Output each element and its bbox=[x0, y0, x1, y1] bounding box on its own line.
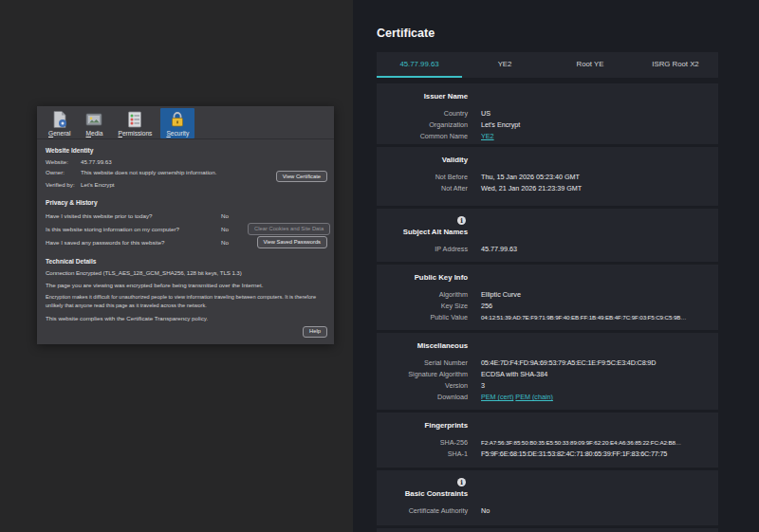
tab-security-label: Security bbox=[166, 130, 189, 137]
public-value-row: Public Value 04:12:51:39:AD:7E:F9:71:9B:… bbox=[386, 312, 709, 323]
cert-tab-root-ye[interactable]: Root YE bbox=[547, 52, 633, 78]
subject-alt-names-card: i Subject Alt Names IP Address 45.77.99.… bbox=[377, 209, 718, 262]
website-row: Website: 45.77.99.63 bbox=[46, 157, 327, 168]
next-section-card-clipped bbox=[377, 528, 718, 532]
website-label: Website: bbox=[46, 157, 81, 168]
basic-constraints-card: i Basic Constraints Certificate Authorit… bbox=[377, 470, 718, 525]
not-after-row: Not After Wed, 21 Jan 2026 21:23:39 GMT bbox=[386, 183, 709, 194]
tab-general[interactable]: General bbox=[43, 108, 76, 138]
verified-by-label: Verified by: bbox=[46, 180, 81, 191]
key-size-row: Key Size 256 bbox=[386, 301, 709, 312]
certificate-tab-bar: 45.77.99.63 YE2 Root YE ISRG Root X2 bbox=[377, 52, 718, 78]
validity-title: Validity bbox=[386, 155, 468, 166]
miscellaneous-title: Miscellaneous bbox=[386, 340, 468, 352]
tab-media[interactable]: Media bbox=[79, 108, 109, 138]
technical-details-title: Technical Details bbox=[46, 257, 327, 266]
cert-tab-leaf[interactable]: 45.77.99.63 bbox=[377, 52, 462, 78]
ip-address-row: IP Address 45.77.99.63 bbox=[386, 244, 709, 255]
question-passwords: Have I saved any passwords for this webs… bbox=[46, 238, 221, 248]
encryption-explanation-line: Encryption makes it difficult for unauth… bbox=[46, 293, 327, 311]
certificate-sections: Issuer Name Country US Organization Let'… bbox=[377, 83, 718, 532]
tab-permissions-label: Permissions bbox=[118, 130, 152, 137]
website-identity-title: Website Identity bbox=[46, 146, 327, 156]
common-name-link[interactable]: YE2 bbox=[481, 132, 494, 140]
info-icon[interactable]: i bbox=[457, 478, 466, 486]
issuer-name-title: Issuer Name bbox=[386, 91, 468, 102]
privacy-history-section: Privacy & History Have I visited this we… bbox=[46, 198, 327, 249]
media-icon bbox=[84, 110, 103, 129]
info-icon[interactable]: i bbox=[457, 216, 466, 225]
document-icon bbox=[50, 110, 69, 129]
privacy-row-passwords: Have I saved any passwords for this webs… bbox=[46, 236, 327, 249]
organization-row: Organization Let's Encrypt bbox=[386, 119, 709, 131]
pem-chain-link[interactable]: PEM (chain) bbox=[515, 393, 553, 401]
sha256-row: SHA-256 F2:A7:56:3F:85:50:B0:35:E5:50:33… bbox=[386, 437, 709, 449]
public-key-info-title: Public Key Info bbox=[386, 272, 468, 284]
fingerprints-card: Fingerprints SHA-256 F2:A7:56:3F:85:50:B… bbox=[377, 413, 718, 468]
privacy-history-title: Privacy & History bbox=[46, 198, 327, 208]
certificate-page-title: Certificate bbox=[377, 27, 435, 40]
certificate-viewer-panel: Certificate 45.77.99.63 YE2 Root YE ISRG… bbox=[353, 0, 759, 532]
miscellaneous-card: Miscellaneous Serial Number 05:4E:7D:F4:… bbox=[377, 333, 718, 410]
permissions-icon bbox=[125, 110, 144, 129]
page-info-tab-bar: General Media Permissions bbox=[37, 106, 334, 139]
website-identity-section: Website Identity Website: 45.77.99.63 Ow… bbox=[46, 146, 327, 191]
owner-label: Owner: bbox=[46, 168, 81, 178]
pem-cert-link[interactable]: PEM (cert) bbox=[481, 393, 513, 401]
common-name-row: Common Name YE2 bbox=[386, 131, 709, 142]
not-before-row: Not Before Thu, 15 Jan 2026 05:23:40 GMT bbox=[386, 172, 709, 183]
privacy-row-visited: Have I visited this website prior to tod… bbox=[46, 210, 327, 223]
page-info-content: Website Identity Website: 45.77.99.63 Ow… bbox=[37, 139, 334, 338]
tab-general-label: General bbox=[48, 130, 70, 137]
certificate-transparency-line: This website complies with the Certifica… bbox=[46, 314, 327, 323]
page-info-dialog: General Media Permissions bbox=[37, 106, 334, 344]
technical-details-section: Technical Details Connection Encrypted (… bbox=[46, 257, 327, 338]
cert-tab-intermediate[interactable]: YE2 bbox=[462, 52, 547, 78]
tab-security[interactable]: Security bbox=[160, 108, 194, 138]
website-value: 45.77.99.63 bbox=[81, 157, 327, 168]
clear-cookies-button[interactable]: Clear Cookies and Site Data bbox=[248, 223, 330, 234]
sha1-row: SHA-1 F5:9F:6E:68:15:DE:31:53:82:4C:71:8… bbox=[386, 449, 709, 460]
help-button[interactable]: Help bbox=[303, 326, 327, 338]
serial-number-row: Serial Number 05:4E:7D:F4:FD:9A:69:53:79… bbox=[386, 358, 709, 369]
signature-algorithm-row: Signature Algorithm ECDSA with SHA-384 bbox=[386, 369, 709, 380]
certificate-authority-row: Certificate Authority No bbox=[386, 505, 709, 517]
encrypted-transmission-line: The page you are viewing was encrypted b… bbox=[46, 281, 327, 290]
answer-cookies: No bbox=[221, 225, 248, 234]
download-row: Download PEM (cert) PEM (chain) bbox=[386, 392, 709, 403]
country-row: Country US bbox=[386, 108, 709, 119]
version-row: Version 3 bbox=[386, 380, 709, 392]
tab-permissions[interactable]: Permissions bbox=[112, 108, 157, 138]
fingerprints-title: Fingerprints bbox=[386, 420, 468, 431]
view-saved-passwords-button[interactable]: View Saved Passwords bbox=[257, 236, 327, 248]
privacy-row-cookies: Is this website storing information on m… bbox=[46, 223, 327, 236]
tab-media-label: Media bbox=[86, 130, 103, 137]
validity-card: Validity Not Before Thu, 15 Jan 2026 05:… bbox=[377, 147, 718, 206]
issuer-name-card: Issuer Name Country US Organization Let'… bbox=[377, 83, 718, 144]
algorithm-row: Algorithm Elliptic Curve bbox=[386, 289, 709, 301]
subject-alt-names-title: Subject Alt Names bbox=[386, 227, 468, 238]
basic-constraints-title: Basic Constraints bbox=[386, 488, 468, 500]
public-key-info-card: Public Key Info Algorithm Elliptic Curve… bbox=[377, 265, 718, 330]
question-cookies: Is this website storing information on m… bbox=[46, 225, 221, 234]
cert-tab-isrg-root-x2[interactable]: ISRG Root X2 bbox=[633, 52, 718, 78]
lock-icon bbox=[168, 110, 187, 129]
answer-passwords: No bbox=[221, 238, 248, 248]
question-visited: Have I visited this website prior to tod… bbox=[46, 211, 221, 221]
connection-encrypted-line: Connection Encrypted (TLS_AES_128_GCM_SH… bbox=[46, 268, 327, 278]
answer-visited: No bbox=[221, 211, 248, 221]
view-certificate-button[interactable]: View Certificate bbox=[276, 171, 327, 182]
